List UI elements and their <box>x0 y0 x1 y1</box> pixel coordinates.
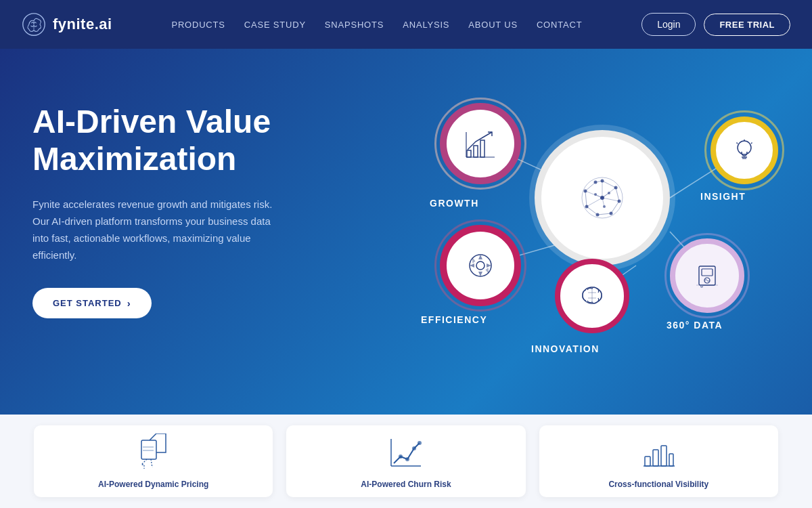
svg-point-64 <box>412 446 416 450</box>
risk-icon <box>388 433 424 473</box>
svg-point-63 <box>405 457 409 461</box>
data-icon <box>691 259 723 292</box>
growth-label: GROWTH <box>430 198 479 209</box>
pricing-icon <box>136 433 171 473</box>
logo[interactable]: fynite.ai <box>22 12 112 37</box>
free-trial-button[interactable]: FREE TRIAL <box>704 14 790 36</box>
insight-icon <box>731 137 758 164</box>
svg-line-46 <box>751 143 752 144</box>
svg-line-31 <box>587 198 602 207</box>
visibility-icon <box>641 433 676 473</box>
card-pricing-label: AI-Powered Dynamic Pricing <box>98 480 208 489</box>
insight-circle <box>710 117 778 184</box>
svg-rect-36 <box>467 150 471 157</box>
svg-line-26 <box>585 182 595 191</box>
navbar: fynite.ai PRODUCTS CASE STUDY SNAPSHOTS … <box>0 0 812 49</box>
innovation-icon <box>575 279 609 313</box>
svg-line-25 <box>585 191 587 207</box>
cards-section: AI-Powered Dynamic Pricing AI-Powered Ch… <box>0 415 812 508</box>
svg-rect-38 <box>480 140 484 157</box>
svg-line-24 <box>587 207 597 215</box>
svg-line-23 <box>597 213 611 215</box>
nav-actions: Login FREE TRIAL <box>641 13 790 36</box>
svg-rect-68 <box>661 446 667 466</box>
card-pricing: AI-Powered Dynamic Pricing <box>34 425 273 497</box>
card-visibility: Cross-functional Visibility <box>539 425 778 497</box>
innovation-label: INNOVATION <box>531 343 600 354</box>
efficiency-icon <box>464 249 497 282</box>
hero-description: Fynite accelerates revenue growth and mi… <box>32 196 290 263</box>
svg-line-22 <box>611 201 619 213</box>
svg-rect-37 <box>474 146 478 157</box>
svg-rect-67 <box>653 450 658 466</box>
hero-section: AI-Driven Value Maximization Fynite acce… <box>0 49 812 415</box>
innovation-circle <box>555 259 629 333</box>
svg-line-30 <box>602 198 619 201</box>
svg-point-41 <box>738 141 751 154</box>
svg-line-45 <box>737 143 738 144</box>
nav-contact[interactable]: CONTACT <box>537 20 582 30</box>
nav-case-study[interactable]: CASE STUDY <box>244 20 306 30</box>
nav-links: PRODUCTS CASE STUDY SNAPSHOTS ANALYSIS A… <box>171 20 582 30</box>
logo-brain-icon <box>22 12 46 37</box>
efficiency-circle <box>440 225 521 306</box>
insight-label: INSIGHT <box>700 191 746 202</box>
svg-rect-57 <box>141 440 156 459</box>
svg-rect-54 <box>702 269 713 276</box>
growth-circle <box>440 103 521 184</box>
center-brain-circle <box>535 130 670 266</box>
login-button[interactable]: Login <box>641 13 696 36</box>
svg-point-48 <box>476 261 484 270</box>
nav-products[interactable]: PRODUCTS <box>171 20 225 30</box>
hero-title: AI-Driven Value Maximization <box>32 103 317 177</box>
efficiency-label: EFFICIENCY <box>421 314 487 325</box>
svg-rect-69 <box>669 454 673 466</box>
svg-line-21 <box>616 188 619 201</box>
hero-content: AI-Driven Value Maximization Fynite acce… <box>32 103 317 318</box>
card-visibility-label: Cross-functional Visibility <box>608 480 708 489</box>
ai-diagram: GROWTH INSIGHT <box>379 62 812 415</box>
nav-about-us[interactable]: ABOUT US <box>468 20 518 30</box>
svg-point-62 <box>399 454 403 459</box>
nav-analysis[interactable]: ANALYSIS <box>403 20 449 30</box>
get-started-button[interactable]: GET STARTED › <box>32 288 152 318</box>
logo-text: fynite.ai <box>53 16 112 33</box>
data-circle <box>670 238 744 313</box>
svg-line-33 <box>602 193 609 198</box>
growth-icon <box>464 127 497 161</box>
data-label: 360° DATA <box>667 320 723 331</box>
card-risk-label: AI-Powered Churn Risk <box>361 480 451 489</box>
brain-icon <box>572 167 633 228</box>
arrow-icon: › <box>127 297 131 309</box>
svg-point-65 <box>418 441 422 445</box>
svg-rect-66 <box>645 457 650 466</box>
nav-snapshots[interactable]: SNAPSHOTS <box>325 20 384 30</box>
svg-line-20 <box>602 181 616 188</box>
card-risk: AI-Powered Churn Risk <box>286 425 525 497</box>
